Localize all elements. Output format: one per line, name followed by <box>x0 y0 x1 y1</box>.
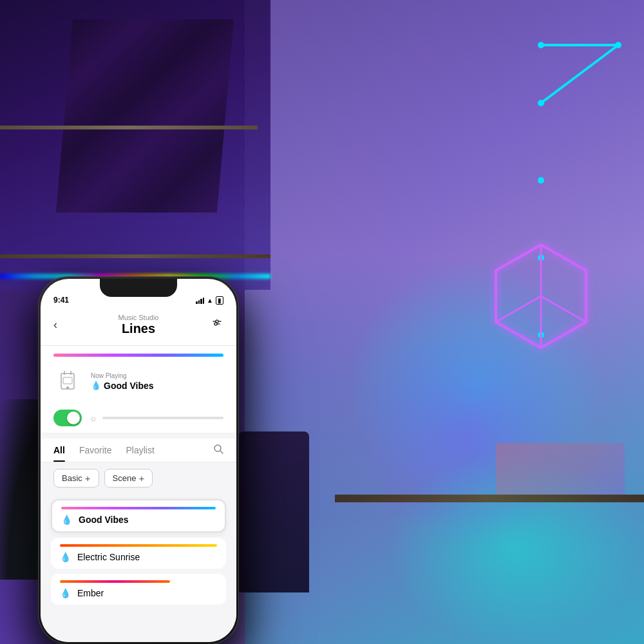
back-button[interactable]: ‹ <box>53 318 73 332</box>
header-center: Music Studio Lines <box>73 314 204 336</box>
svg-point-5 <box>538 100 544 106</box>
status-icons: ▲ ▮ <box>196 296 223 305</box>
toggle-knob <box>67 412 80 424</box>
svg-point-22 <box>66 386 69 389</box>
wifi-icon: ▲ <box>207 297 213 304</box>
svg-line-11 <box>541 296 586 322</box>
scene-good-vibes-icon: 💧 <box>61 515 72 525</box>
status-time: 9:41 <box>53 296 69 305</box>
scene-good-vibes-inner: 💧 Good Vibes <box>61 507 216 525</box>
now-playing-info: Now Playing 💧 Good Vibes <box>91 372 154 391</box>
phone-screen: 9:41 ▲ ▮ ‹ <box>41 279 236 642</box>
lines-led-art <box>412 39 625 412</box>
scene-ember-icon: 💧 <box>60 588 71 598</box>
svg-point-3 <box>538 42 544 48</box>
svg-line-12 <box>496 296 541 322</box>
phone-notch <box>100 279 177 297</box>
signal-bar-2 <box>198 300 200 304</box>
scene-ember-name: Ember <box>77 588 104 598</box>
filter-basic-plus: + <box>85 473 91 484</box>
filter-row: Basic + Scene + <box>41 462 236 494</box>
brightness-slider-row: ☼ <box>90 413 223 423</box>
scene-item-ember[interactable]: 💧 Ember <box>51 574 226 605</box>
scene-item-electric-sunrise[interactable]: 💧 Electric Sunrise <box>51 538 226 569</box>
app-header-top: ‹ Music Studio Lines <box>53 314 223 336</box>
color-bar-section: Now Playing 💧 Good Vibes <box>41 346 236 403</box>
signal-icon <box>196 298 204 304</box>
svg-line-24 <box>220 451 223 453</box>
scene-item-good-vibes[interactable]: 💧 Good Vibes <box>51 499 226 533</box>
app-header: ‹ Music Studio Lines <box>41 307 236 346</box>
header-subtitle: Music Studio <box>73 314 204 321</box>
color-gradient-bar <box>53 354 223 357</box>
brightness-low-icon: ☼ <box>90 413 97 423</box>
signal-bar-3 <box>200 299 202 304</box>
filter-scene[interactable]: Scene + <box>104 469 153 488</box>
svg-point-17 <box>214 323 217 325</box>
shelf-upper <box>0 126 258 129</box>
phone-device: 9:41 ▲ ▮ ‹ <box>39 277 238 644</box>
scene-good-vibes-name: Good Vibes <box>79 515 129 525</box>
filter-basic[interactable]: Basic + <box>53 469 99 488</box>
filter-scene-label: Scene <box>113 473 137 483</box>
song-title: Good Vibes <box>104 381 154 391</box>
scene-electric-sunrise-icon: 💧 <box>60 552 71 562</box>
chair-silhouette <box>238 431 309 592</box>
vinyl-records <box>56 19 234 213</box>
search-button[interactable] <box>213 444 223 457</box>
music-equipment <box>496 443 625 495</box>
scene-good-vibes-row: 💧 Good Vibes <box>61 515 216 525</box>
header-title: Lines <box>73 321 204 336</box>
svg-point-4 <box>615 42 621 48</box>
signal-bar-4 <box>203 298 205 304</box>
shelf-lower <box>0 254 270 258</box>
song-icon: 💧 <box>91 381 101 390</box>
scene-ember-inner: 💧 Ember <box>60 580 217 598</box>
desk-surface <box>335 495 644 502</box>
now-playing-row: Now Playing 💧 Good Vibes <box>53 367 223 395</box>
tab-playlist[interactable]: Playlist <box>126 439 154 462</box>
scene-good-vibes-bar <box>61 507 216 509</box>
svg-point-6 <box>538 177 544 184</box>
scene-electric-sunrise-name: Electric Sunrise <box>77 552 140 562</box>
scene-electric-sunrise-bar <box>60 544 217 547</box>
filter-basic-label: Basic <box>62 473 82 483</box>
now-playing-label: Now Playing <box>91 372 154 379</box>
now-playing-song: 💧 Good Vibes <box>91 381 154 391</box>
scene-ember-bar <box>60 580 170 583</box>
tabs-section: All Favorite Playlist <box>41 439 236 462</box>
scenes-list: 💧 Good Vibes 💧 Electric Sunrise <box>41 494 236 605</box>
filter-scene-plus: + <box>138 473 144 484</box>
power-toggle[interactable] <box>53 410 82 426</box>
device-icon <box>53 367 82 395</box>
svg-rect-21 <box>63 377 72 384</box>
tab-favorite[interactable]: Favorite <box>79 439 112 462</box>
tab-all[interactable]: All <box>53 439 65 462</box>
settings-button[interactable] <box>204 317 223 333</box>
battery-icon: ▮ <box>216 296 223 305</box>
toggle-brightness-row: ☼ <box>41 403 236 433</box>
brightness-track[interactable] <box>102 417 223 419</box>
scene-ember-row: 💧 Ember <box>60 588 217 598</box>
svg-line-2 <box>541 45 618 103</box>
phone-outer-shell: 9:41 ▲ ▮ ‹ <box>39 277 238 644</box>
scene-electric-sunrise-inner: 💧 Electric Sunrise <box>60 544 217 562</box>
app-content: ‹ Music Studio Lines <box>41 307 236 642</box>
scene-electric-sunrise-row: 💧 Electric Sunrise <box>60 552 217 562</box>
signal-bar-1 <box>196 301 198 304</box>
